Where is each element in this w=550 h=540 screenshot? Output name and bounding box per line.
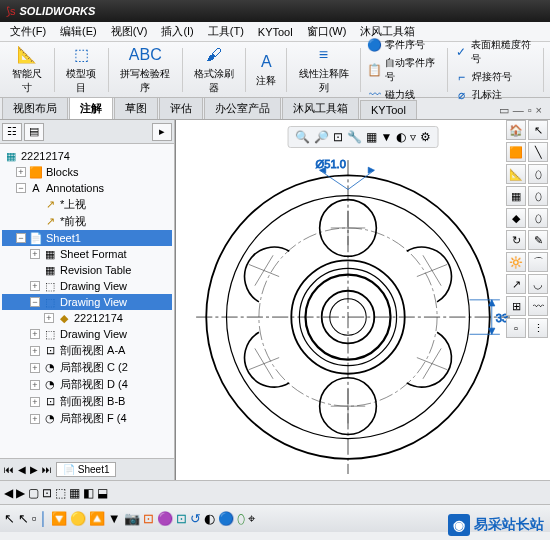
tree-expander-icon[interactable]: + [16, 167, 26, 177]
tool-button-icon[interactable]: ⊞ [506, 296, 526, 316]
toolbar-icon[interactable]: ▫ [32, 511, 37, 526]
ribbon-button[interactable]: 📐智能尺寸 [4, 43, 50, 97]
sheet-nav-first[interactable]: ⏮ [4, 464, 14, 475]
tool-button-icon[interactable]: ⋮ [528, 318, 548, 338]
tool-button-icon[interactable]: ↗ [506, 274, 526, 294]
window-control-icon[interactable]: × [536, 104, 542, 117]
menu-item[interactable]: 插入(I) [155, 22, 199, 41]
tree-item[interactable]: −📄Sheet1 [2, 230, 172, 246]
toolbar-icon[interactable]: ▦ [69, 486, 80, 500]
sheet-nav-last[interactable]: ⏭ [42, 464, 52, 475]
menu-item[interactable]: KYTool [252, 24, 299, 40]
toolbar-icon[interactable]: ⊡ [176, 511, 187, 526]
ribbon-button-sm[interactable]: ⌀孔标注 [452, 87, 539, 103]
tree-item[interactable]: +🟧Blocks [2, 164, 172, 180]
tree-item[interactable]: +◔局部视图 D (4 [2, 376, 172, 393]
menu-item[interactable]: 视图(V) [105, 22, 154, 41]
tool-button-icon[interactable]: ▫ [506, 318, 526, 338]
tree-item[interactable]: +⬚Drawing View [2, 278, 172, 294]
ribbon-button-sm[interactable]: ⌐焊接符号 [452, 69, 539, 85]
tree-item[interactable]: ↗*前视 [2, 213, 172, 230]
ribbon-button[interactable]: ≡线性注释阵列 [291, 43, 355, 97]
view-tool-icon[interactable]: 🔎 [314, 130, 329, 144]
toolbar-icon[interactable]: 🟣 [157, 511, 173, 526]
prop-tab-icon[interactable]: ▤ [24, 123, 44, 141]
tool-button-icon[interactable]: ▦ [506, 186, 526, 206]
tree-expander-icon[interactable]: + [30, 249, 40, 259]
view-tool-icon[interactable]: ▿ [410, 130, 416, 144]
command-tab[interactable]: 草图 [114, 97, 158, 119]
tree-expander-icon[interactable]: + [30, 414, 40, 424]
tool-button-icon[interactable]: 🟧 [506, 142, 526, 162]
feature-tree[interactable]: ▦ 22212174 +🟧Blocks−AAnnotations↗*上视↗*前视… [0, 144, 174, 458]
toolbar-icon[interactable]: ⬓ [97, 486, 108, 500]
toolbar-icon[interactable]: 🔵 [218, 511, 234, 526]
tree-expander-icon[interactable]: + [30, 281, 40, 291]
menu-item[interactable]: 文件(F) [4, 22, 52, 41]
ribbon-button[interactable]: ⬚模型项目 [59, 43, 105, 97]
tree-root[interactable]: ▦ 22212174 [2, 148, 172, 164]
command-tab[interactable]: 办公室产品 [204, 97, 281, 119]
window-control-icon[interactable]: ▫ [528, 104, 532, 117]
toolbar-icon[interactable]: ↖ [4, 511, 15, 526]
tree-expander-icon[interactable]: − [16, 233, 26, 243]
tree-item[interactable]: +⊡剖面视图 A-A [2, 342, 172, 359]
view-tool-icon[interactable]: 🔍 [295, 130, 310, 144]
sheet-nav-prev[interactable]: ◀ [18, 464, 26, 475]
tree-expander-icon[interactable]: + [30, 397, 40, 407]
tree-item[interactable]: +◔局部视图 F (4 [2, 410, 172, 427]
toolbar-icon[interactable]: 🟡 [70, 511, 86, 526]
toolbar-icon[interactable]: ⬯ [237, 511, 245, 527]
view-tool-icon[interactable]: 🔧 [347, 130, 362, 144]
ribbon-button[interactable]: ABC拼写检验程序 [113, 43, 177, 97]
ribbon-button-sm[interactable]: 🔵零件序号 [365, 37, 443, 53]
tree-expander-icon[interactable]: + [30, 329, 40, 339]
tree-item[interactable]: +▦Sheet Format [2, 246, 172, 262]
toolbar-icon[interactable]: ⊡ [143, 511, 154, 526]
view-tool-icon[interactable]: ⊡ [333, 130, 343, 144]
tree-expander-icon[interactable]: + [30, 346, 40, 356]
view-tool-icon[interactable]: ⚙ [420, 130, 431, 144]
tree-item[interactable]: ↗*上视 [2, 196, 172, 213]
tree-expander-icon[interactable]: − [30, 297, 40, 307]
tool-button-icon[interactable]: ⬯ [528, 186, 548, 206]
ribbon-button[interactable]: A注释 [250, 50, 282, 90]
toolbar-icon[interactable]: ◀ [4, 486, 13, 500]
ribbon-button[interactable]: 🖌格式涂刷器 [186, 43, 241, 97]
command-tab[interactable]: 沐风工具箱 [282, 97, 359, 119]
toolbar-icon[interactable]: ▶ [16, 486, 25, 500]
tree-item[interactable]: +◔局部视图 C (2 [2, 359, 172, 376]
window-control-icon[interactable]: ▭ [499, 104, 509, 117]
tool-button-icon[interactable]: ✎ [528, 230, 548, 250]
ribbon-button-sm[interactable]: 📋自动零件序号 [365, 55, 443, 85]
toolbar-icon[interactable]: │ [40, 511, 48, 526]
toolbar-icon[interactable]: ▼ [108, 511, 121, 526]
toolbar-icon[interactable]: 🔼 [89, 511, 105, 526]
toolbar-icon[interactable]: ↖ [18, 511, 29, 526]
tool-button-icon[interactable]: ╲ [528, 142, 548, 162]
window-control-icon[interactable]: — [513, 104, 524, 117]
tree-item[interactable]: +◆22212174 [2, 310, 172, 326]
tree-tab-icon[interactable]: ☷ [2, 123, 22, 141]
toolbar-icon[interactable]: ◐ [204, 511, 215, 526]
sheet-nav-next[interactable]: ▶ [30, 464, 38, 475]
tool-button-icon[interactable]: ◡ [528, 274, 548, 294]
tree-expander-icon[interactable]: + [30, 363, 40, 373]
tool-button-icon[interactable]: ⬯ [528, 208, 548, 228]
toolbar-icon[interactable]: ◧ [83, 486, 94, 500]
toolbar-icon[interactable]: ▢ [28, 486, 39, 500]
tool-button-icon[interactable]: ◆ [506, 208, 526, 228]
command-tab[interactable]: 视图布局 [2, 97, 68, 119]
menu-item[interactable]: 工具(T) [202, 22, 250, 41]
tool-button-icon[interactable]: 🏠 [506, 120, 526, 140]
command-tab[interactable]: KYTool [360, 100, 417, 119]
menu-item[interactable]: 窗口(W) [301, 22, 353, 41]
view-tool-icon[interactable]: ▦ [366, 130, 377, 144]
tree-item[interactable]: ▦Revision Table [2, 262, 172, 278]
tool-button-icon[interactable]: ⌒ [528, 252, 548, 272]
tree-item[interactable]: +⊡剖面视图 B-B [2, 393, 172, 410]
toolbar-icon[interactable]: 📷 [124, 511, 140, 526]
view-tool-icon[interactable]: ▼ [381, 130, 393, 144]
tree-expander-icon[interactable]: − [16, 183, 26, 193]
toolbar-icon[interactable]: ↺ [190, 511, 201, 526]
